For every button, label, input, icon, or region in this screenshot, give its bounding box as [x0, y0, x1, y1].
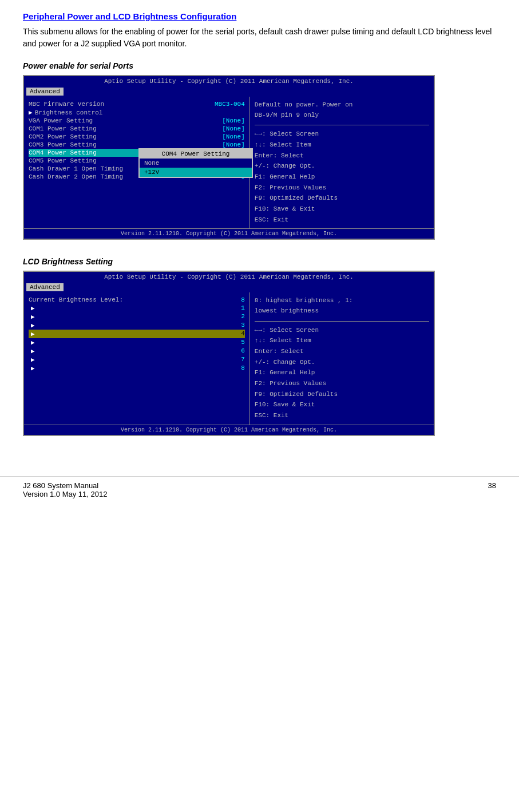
- popup-title: COM4 Power Setting: [140, 149, 252, 159]
- bios-screen-2: Aptio Setup Utility - Copyright (C) 2011…: [23, 271, 435, 435]
- bios-nav-text-2: ←→: Select Screen ↑↓: Select Item Enter:…: [255, 325, 429, 421]
- page-title: Peripheral Power and LCD Brightness Conf…: [23, 11, 496, 21]
- footer-page-number: 38: [488, 481, 496, 498]
- row-label: COM1 Power Setting: [29, 125, 222, 132]
- row-label: COM2 Power Setting: [29, 133, 222, 140]
- list-item[interactable]: ▶1: [29, 304, 245, 312]
- bios-footer-1: Version 2.11.1210. Copyright (C) 2011 Am…: [24, 228, 434, 239]
- bios-header-2: Aptio Setup Utility - Copyright (C) 2011…: [24, 272, 434, 282]
- arrow-icon: ▶: [31, 330, 35, 338]
- bios-help-text-2: 8: highest brightness , 1:lowest brightn…: [255, 296, 429, 316]
- arrow-icon: ▶: [31, 356, 35, 363]
- row-label: VGA Power Setting: [29, 117, 222, 124]
- table-row: ▶Brightness control: [29, 108, 245, 117]
- bios-footer-2: Version 2.11.1210. Copyright (C) 2011 Am…: [24, 425, 434, 435]
- list-item[interactable]: ▶2: [29, 312, 245, 321]
- arrow-icon: ▶: [31, 313, 35, 320]
- footer-version: Version 1.0 May 11, 2012: [23, 490, 107, 498]
- bios-right-panel-2: 8: highest brightness , 1:lowest brightn…: [249, 292, 434, 424]
- bios-nav-text-1: ←→: Select Screen ↑↓: Select Item Enter:…: [255, 129, 429, 225]
- table-row-current-brightness: Current Brightness Level: 8: [29, 296, 245, 304]
- row-value: [None]: [222, 141, 245, 148]
- row-value: 8: [241, 296, 245, 303]
- bios-help-text-1: Default no power. Power onDB-9/M pin 9 o…: [255, 100, 429, 120]
- row-label: COM3 Power Setting: [29, 141, 222, 148]
- section2-title: LCD Brightness Setting: [23, 257, 496, 266]
- list-item[interactable]: ▶8: [29, 364, 245, 373]
- bios-tab-bar-2: Advanced: [24, 282, 434, 292]
- arrow-icon: ▶: [31, 339, 35, 346]
- row-label: MBC Firmware Version: [29, 101, 215, 108]
- page-footer: J2 680 System Manual Version 1.0 May 11,…: [0, 476, 519, 503]
- bios-screen-1: Aptio Setup Utility - Copyright (C) 2011…: [23, 75, 435, 240]
- popup-item-none[interactable]: None: [140, 159, 252, 168]
- com4-popup[interactable]: COM4 Power Setting None +12V: [138, 148, 253, 178]
- row-value: [None]: [222, 117, 245, 124]
- list-item-selected[interactable]: ▶4: [29, 330, 245, 338]
- footer-left: J2 680 System Manual Version 1.0 May 11,…: [23, 481, 107, 498]
- bios-tab-advanced-1[interactable]: Advanced: [26, 88, 64, 96]
- table-row: COM2 Power Setting [None]: [29, 133, 245, 141]
- bios-header-1: Aptio Setup Utility - Copyright (C) 2011…: [24, 76, 434, 86]
- bios-body-1: MBC Firmware Version MBC3-004 ▶Brightnes…: [24, 97, 434, 228]
- list-item[interactable]: ▶6: [29, 347, 245, 355]
- list-item[interactable]: ▶7: [29, 355, 245, 364]
- intro-text: This submenu allows for the enabling of …: [23, 26, 496, 50]
- bios-tab-advanced-2[interactable]: Advanced: [26, 283, 64, 291]
- row-value: [None]: [222, 133, 245, 140]
- bios-tab-bar-1: Advanced: [24, 86, 434, 97]
- bios-left-panel-1: MBC Firmware Version MBC3-004 ▶Brightnes…: [24, 97, 249, 228]
- bios-right-panel-1: Default no power. Power onDB-9/M pin 9 o…: [249, 97, 434, 228]
- list-item[interactable]: ▶3: [29, 321, 245, 330]
- row-value: MBC3-004: [215, 101, 245, 108]
- table-row: VGA Power Setting [None]: [29, 117, 245, 125]
- popup-item-12v[interactable]: +12V: [140, 168, 252, 177]
- bios-body-2: Current Brightness Level: 8 ▶1 ▶2 ▶3 ▶4 …: [24, 292, 434, 424]
- table-row: MBC Firmware Version MBC3-004: [29, 100, 245, 108]
- row-label: ▶Brightness control: [29, 109, 245, 116]
- table-row: COM1 Power Setting [None]: [29, 125, 245, 133]
- list-item[interactable]: ▶5: [29, 338, 245, 347]
- row-value: [None]: [222, 125, 245, 132]
- row-label: Current Brightness Level:: [29, 296, 241, 303]
- arrow-icon: ▶: [31, 322, 35, 329]
- footer-manual-title: J2 680 System Manual: [23, 481, 107, 490]
- page-content: Peripheral Power and LCD Brightness Conf…: [0, 0, 519, 465]
- arrow-icon: ▶: [31, 304, 35, 312]
- table-row: COM3 Power Setting [None]: [29, 141, 245, 149]
- section1-title: Power enable for serial Ports: [23, 61, 496, 70]
- bios-left-panel-2: Current Brightness Level: 8 ▶1 ▶2 ▶3 ▶4 …: [24, 292, 249, 424]
- arrow-icon: ▶: [31, 365, 35, 372]
- arrow-icon: ▶: [31, 347, 35, 355]
